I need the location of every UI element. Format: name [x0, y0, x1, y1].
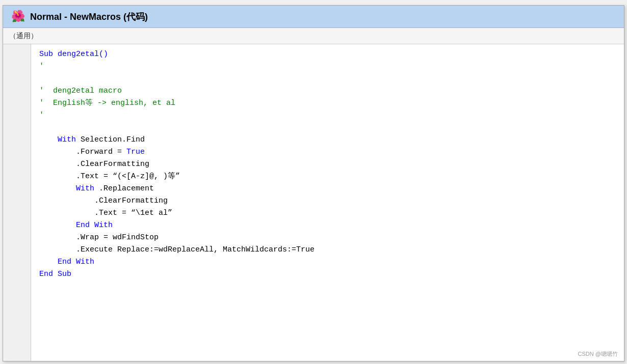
line-number [3, 207, 31, 219]
code-line: End With [39, 256, 624, 268]
line-number [3, 48, 31, 61]
code-line: .Execute Replace:=wdReplaceAll, MatchWil… [39, 244, 624, 256]
line-number [3, 171, 31, 183]
code-line: Sub deng2etal() [39, 48, 624, 61]
line-number [3, 85, 31, 97]
code-line: .ClearFormatting [39, 195, 624, 207]
line-number [3, 268, 31, 281]
watermark: CSDN @嗯嗯竹 [578, 350, 618, 358]
line-number [3, 122, 31, 134]
line-number [3, 97, 31, 109]
title-bar: 🌺 Normal - NewMacros (代码) [3, 6, 624, 28]
toolbar-label: （通用） [9, 32, 38, 41]
line-number [3, 158, 31, 171]
code-line: ' [39, 109, 624, 122]
code-line [39, 122, 624, 134]
line-number [3, 195, 31, 207]
line-number [3, 109, 31, 122]
code-area: Sub deng2etal()'' deng2etal macro' Engli… [3, 44, 624, 361]
code-line [39, 73, 624, 85]
main-window: 🌺 Normal - NewMacros (代码) （通用） Sub deng2… [3, 5, 624, 361]
code-line: .Text = “\1et al” [39, 207, 624, 219]
code-line: With Selection.Find [39, 134, 624, 146]
code-line: ' [39, 61, 624, 73]
line-number [3, 73, 31, 85]
object-selector[interactable]: （通用） [3, 28, 624, 44]
line-number [3, 134, 31, 146]
line-number [3, 232, 31, 244]
line-number [3, 61, 31, 73]
code-line: ' English等 -> english, et al [39, 97, 624, 109]
line-numbers [3, 44, 31, 361]
code-line: .Wrap = wdFindStop [39, 232, 624, 244]
code-content[interactable]: Sub deng2etal()'' deng2etal macro' Engli… [31, 44, 624, 361]
code-line: With .Replacement [39, 183, 624, 195]
window-title: Normal - NewMacros (代码) [30, 11, 148, 23]
code-line: .Text = “(<[A-z]@, )等” [39, 171, 624, 183]
code-line: End With [39, 219, 624, 232]
code-line: .ClearFormatting [39, 158, 624, 171]
app-icon: 🌺 [11, 10, 25, 23]
code-line: .Forward = True [39, 146, 624, 158]
line-number [3, 256, 31, 268]
line-number [3, 219, 31, 232]
line-number [3, 183, 31, 195]
line-number [3, 146, 31, 158]
code-line: ' deng2etal macro [39, 85, 624, 97]
code-line: End Sub [39, 268, 624, 281]
line-number [3, 244, 31, 256]
